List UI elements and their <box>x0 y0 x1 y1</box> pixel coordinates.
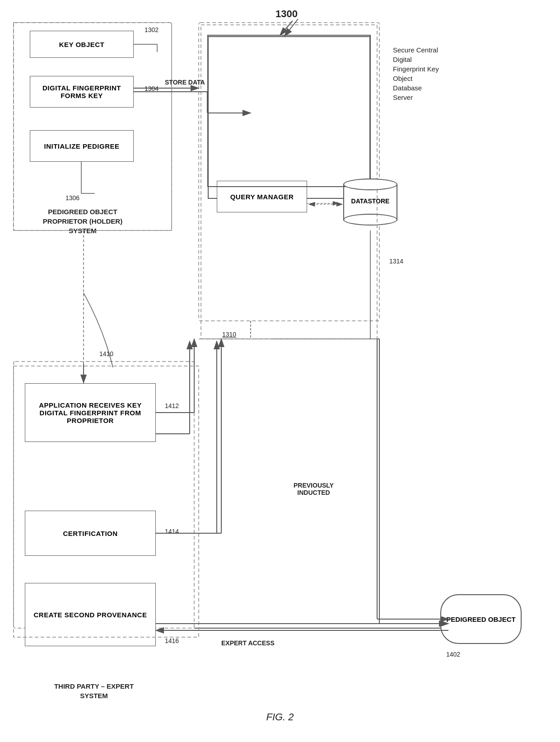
cylinder-top <box>343 178 397 190</box>
app-receives-box: APPLICATION RECEIVES KEY DIGITAL FINGERP… <box>25 383 156 442</box>
ref-1410: 1410 <box>99 350 113 357</box>
fig-caption: FIG. 2 <box>0 711 560 723</box>
ref-1306: 1306 <box>65 194 79 202</box>
ref-1300: 1300 <box>275 8 298 20</box>
datastore-cylinder: DATASTORE <box>343 178 397 221</box>
query-manager-box: QUERY MANAGER <box>217 181 307 212</box>
pedigreed-object-box: PEDIGREED OBJECT <box>440 594 522 644</box>
datastore-label: DATASTORE <box>351 197 390 205</box>
ref-1304: 1304 <box>145 85 159 92</box>
svg-line-27 <box>280 21 293 35</box>
diagram-container: KEY OBJECT DIGITAL FINGERPRINT FORMS KEY… <box>0 0 560 742</box>
secure-server-label: Secure Central Digital Fingerprint Key O… <box>393 45 439 102</box>
certification-box: CERTIFICATION <box>25 511 156 556</box>
third-party-label: THIRD PARTY – EXPERT SYSTEM <box>17 681 171 700</box>
ref-1402: 1402 <box>446 651 460 658</box>
initialize-pedigree-box: INITIALIZE PEDIGREE <box>30 130 134 162</box>
previously-inducted-label: PREVIOUSLY INDUCTED <box>294 474 334 496</box>
server-content-box <box>208 36 370 199</box>
create-second-box: CREATE SECOND PROVENANCE <box>25 583 156 646</box>
ref-1412: 1412 <box>165 402 179 409</box>
cylinder-bottom-ellipse <box>343 214 397 225</box>
proprietor-label: PEDIGREED OBJECT PROPRIETOR (HOLDER) SYS… <box>17 207 148 235</box>
ref-1302: 1302 <box>145 26 159 33</box>
ref-1414: 1414 <box>165 528 179 535</box>
expert-access-label: EXPERT ACCESS <box>221 639 275 647</box>
digital-fingerprint-box: DIGITAL FINGERPRINT FORMS KEY <box>30 76 134 108</box>
ref-1310: 1310 <box>222 331 236 338</box>
ref-1416: 1416 <box>165 637 179 644</box>
svg-line-23 <box>285 19 298 36</box>
ref-1314: 1314 <box>389 258 403 265</box>
key-object-box: KEY OBJECT <box>30 31 134 58</box>
store-data-label: STORE DATA <box>165 79 205 86</box>
